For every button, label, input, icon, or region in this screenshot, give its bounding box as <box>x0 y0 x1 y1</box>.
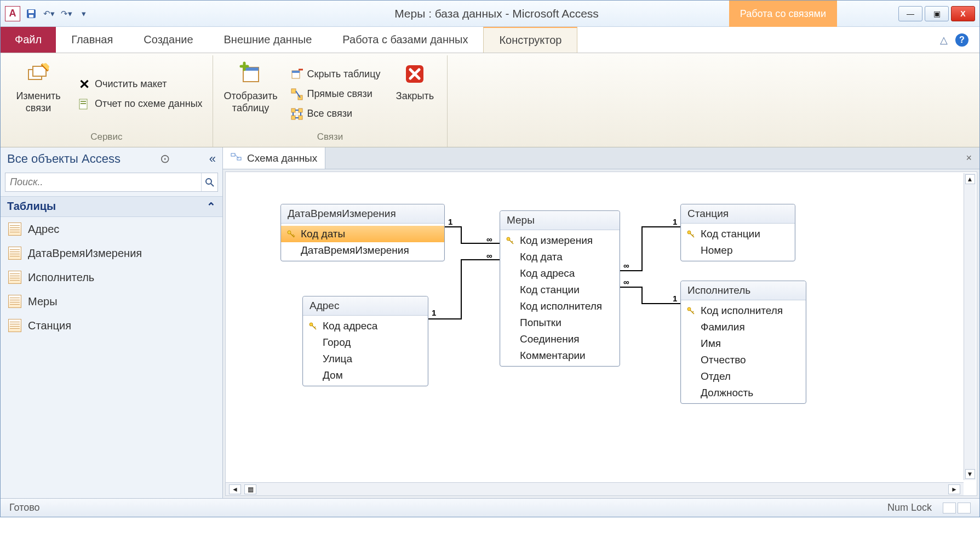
table-field[interactable]: Код станции <box>500 282 620 298</box>
table-field[interactable]: Код измерения <box>500 232 620 249</box>
table-field[interactable]: Комментарии <box>500 347 620 364</box>
context-tab-header: Работа со связями <box>729 1 837 27</box>
document-close-button[interactable]: × <box>958 152 979 164</box>
table-box-address[interactable]: Адрес Код адреса Город Улица Дом <box>302 296 428 386</box>
group-relationships-label: Связи <box>221 129 440 146</box>
nav-collapse-button[interactable]: « <box>209 152 216 166</box>
collapse-group-icon: ⌃ <box>207 200 216 213</box>
window-controls: — ▣ X <box>898 6 979 21</box>
table-field[interactable]: Код исполнителя <box>681 302 806 319</box>
scroll-down-icon[interactable]: ▼ <box>965 469 975 479</box>
table-field[interactable]: Дом <box>303 367 428 384</box>
table-field[interactable]: Должность <box>681 385 806 401</box>
redo-icon[interactable]: ↷▾ <box>60 7 73 20</box>
table-field[interactable]: Номер <box>681 242 795 259</box>
document-tab[interactable]: Схема данных <box>223 147 325 169</box>
table-field[interactable]: Город <box>303 334 428 351</box>
clear-layout-button[interactable]: ✕ Очистить макет <box>76 77 205 92</box>
tab-home[interactable]: Главная <box>56 27 128 53</box>
table-field[interactable]: Отдел <box>681 368 806 385</box>
horizontal-scrollbar[interactable]: ◄ ▦ ► <box>226 482 964 495</box>
rel-many-label: ∞ <box>623 277 629 287</box>
key-icon <box>686 229 695 238</box>
svg-rect-12 <box>291 89 296 93</box>
save-icon[interactable] <box>25 7 38 20</box>
table-box-station[interactable]: Станция Код станции Номер <box>680 204 795 261</box>
close-button[interactable]: X <box>951 6 975 21</box>
workspace: Все объекты Access ⊙ « Таблицы ⌃ Адрес Д… <box>1 147 979 498</box>
table-box-measures[interactable]: Меры Код измерения Код дата Код адреса К… <box>500 210 620 367</box>
rel-many-label: ∞ <box>486 235 492 244</box>
table-field[interactable]: Код исполнителя <box>500 298 620 315</box>
tab-database[interactable]: Работа с базами данных <box>327 27 483 53</box>
search-icon[interactable] <box>201 173 217 191</box>
nav-header[interactable]: Все объекты Access ⊙ « <box>1 147 222 170</box>
svg-point-19 <box>206 179 211 184</box>
svg-rect-6 <box>81 101 86 102</box>
table-field[interactable]: Улица <box>303 351 428 367</box>
help-icon[interactable]: ? <box>955 33 968 47</box>
table-icon <box>8 271 21 284</box>
show-table-button[interactable]: Отобразить таблицу <box>221 59 281 129</box>
show-table-label: Отобразить таблицу <box>224 90 278 114</box>
relationship-report-button[interactable]: Отчет по схеме данных <box>76 97 205 111</box>
tab-create[interactable]: Создание <box>128 27 208 53</box>
table-box-performer[interactable]: Исполнитель Код исполнителя Фамилия Имя … <box>680 281 806 404</box>
view-button[interactable] <box>958 503 971 513</box>
minimize-button[interactable]: — <box>898 6 922 21</box>
nav-item-datetime[interactable]: ДатаВремяИзмерения <box>1 241 222 265</box>
rel-one-label: 1 <box>432 308 436 317</box>
all-relationships-button[interactable]: Все связи <box>289 107 383 121</box>
table-field[interactable]: ДатаВремяИзмерения <box>281 242 444 259</box>
maximize-button[interactable]: ▣ <box>925 6 949 21</box>
ribbon-group-relationships: Отобразить таблицу Скрыть таблицу Прямые… <box>213 55 448 147</box>
nav-dropdown-icon[interactable]: ⊙ <box>160 152 170 166</box>
nav-item-performer[interactable]: Исполнитель <box>1 265 222 289</box>
direct-relationships-button[interactable]: Прямые связи <box>289 87 383 101</box>
title-bar: A ↶▾ ↷▾ ▾ Меры : база данных - Microsoft… <box>1 1 979 27</box>
table-field[interactable]: Соединения <box>500 331 620 347</box>
ribbon-collapse-icon[interactable]: △ <box>940 34 948 46</box>
table-icon <box>8 222 21 236</box>
nav-item-measures[interactable]: Меры <box>1 289 222 313</box>
nav-search <box>5 173 218 192</box>
table-field[interactable]: Код станции <box>681 226 795 242</box>
nav-group-tables[interactable]: Таблицы ⌃ <box>1 196 222 217</box>
view-button[interactable] <box>943 503 956 513</box>
nav-item-station[interactable]: Станция <box>1 313 222 338</box>
table-field[interactable]: Код даты <box>281 226 444 242</box>
scroll-up-icon[interactable]: ▲ <box>965 174 975 184</box>
scroll-right-icon[interactable]: ► <box>948 484 960 494</box>
relationships-canvas[interactable]: 1 ∞ 1 ∞ ∞ 1 ∞ 1 ДатаВремяИзмерения Код д… <box>225 172 977 496</box>
key-icon <box>308 321 317 330</box>
nav-item-address[interactable]: Адрес <box>1 217 222 241</box>
scroll-left-icon[interactable]: ◄ <box>229 484 241 494</box>
vertical-scrollbar[interactable]: ▲ ▼ <box>964 173 976 480</box>
undo-icon[interactable]: ↶▾ <box>42 7 55 20</box>
close-relationships-button[interactable]: Закрыть <box>390 59 439 129</box>
table-field[interactable]: Попытки <box>500 315 620 331</box>
table-title: Станция <box>681 204 795 224</box>
file-tab[interactable]: Файл <box>1 27 56 53</box>
table-field[interactable]: Код адреса <box>303 318 428 334</box>
edit-relationships-button[interactable]: Изменить связи <box>8 59 68 129</box>
direct-rel-label: Прямые связи <box>307 88 372 100</box>
table-field[interactable]: Фамилия <box>681 319 806 335</box>
hide-table-button[interactable]: Скрыть таблицу <box>289 67 383 82</box>
close-icon <box>402 61 428 87</box>
table-field[interactable]: Имя <box>681 335 806 352</box>
table-box-datetime[interactable]: ДатаВремяИзмерения Код даты ДатаВремяИзм… <box>280 204 445 261</box>
nav-group-label: Таблицы <box>7 200 56 213</box>
table-title: Меры <box>500 211 620 230</box>
scroll-track-icon[interactable]: ▦ <box>244 484 256 494</box>
tab-design[interactable]: Конструктор <box>483 27 577 53</box>
search-input[interactable] <box>5 173 201 191</box>
app-icon[interactable]: A <box>5 6 20 21</box>
edit-relationships-label: Изменить связи <box>13 90 64 114</box>
tab-external[interactable]: Внешние данные <box>209 27 328 53</box>
nav-header-title: Все объекты Access <box>7 152 121 166</box>
table-field[interactable]: Код дата <box>500 249 620 265</box>
qat-customize-icon[interactable]: ▾ <box>77 7 90 20</box>
table-field[interactable]: Отчество <box>681 352 806 368</box>
table-field[interactable]: Код адреса <box>500 265 620 282</box>
